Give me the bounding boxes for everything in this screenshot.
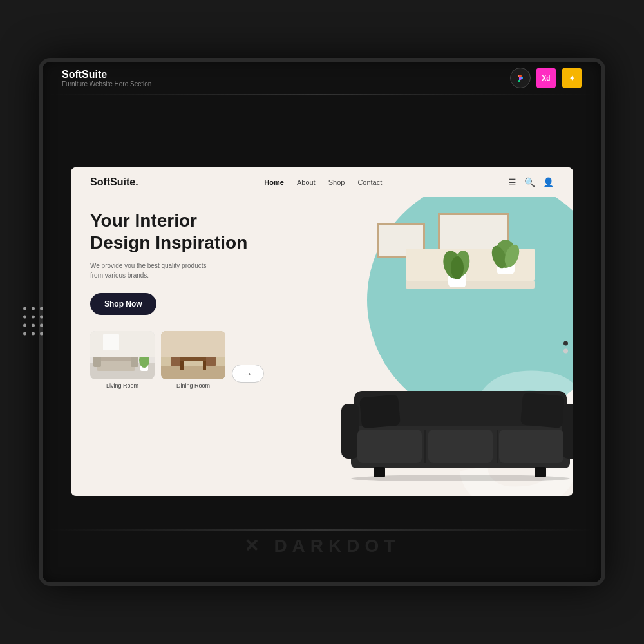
hero-heading: Your Interior Design Inspiration	[90, 210, 278, 253]
arrow-button[interactable]: →	[232, 365, 264, 383]
heading-line1: Your Interior	[90, 211, 197, 231]
search-icon[interactable]: 🔍	[524, 177, 535, 187]
svg-rect-36	[359, 394, 401, 428]
category-label-dining: Dining Room	[176, 383, 210, 389]
svg-rect-12	[161, 366, 225, 379]
category-label-living: Living Room	[106, 383, 138, 389]
frame-subtitle: Furniture Website Hero Section	[62, 80, 151, 88]
svg-rect-33	[499, 430, 564, 463]
svg-rect-29	[341, 404, 359, 459]
sketch-icon: ✦	[562, 68, 582, 88]
svg-rect-14	[180, 361, 184, 370]
menu-icon[interactable]: ☰	[508, 177, 516, 187]
pagination-dots	[564, 341, 568, 353]
category-card-dining[interactable]: Dining Room	[161, 331, 225, 389]
frame-border-top	[49, 94, 595, 95]
nav-right-icons: ☰ 🔍 👤	[508, 177, 554, 187]
hero-subtext: We provide you the best quality products…	[90, 261, 219, 280]
sofa	[341, 378, 573, 484]
nav-logo: SoftSuite.	[90, 176, 138, 188]
plant-2	[493, 236, 518, 274]
frame-top-bar: SoftSuite Furniture Website Hero Section…	[43, 62, 601, 94]
shop-now-button[interactable]: Shop Now	[90, 293, 156, 315]
outer-frame: SoftSuite Furniture Website Hero Section…	[39, 58, 605, 586]
svg-rect-10	[103, 334, 119, 350]
svg-rect-9	[90, 331, 155, 357]
nav-link-shop[interactable]: Shop	[328, 178, 345, 186]
navbar: SoftSuite. Home About Shop Contact ☰ 🔍 👤	[71, 167, 573, 197]
page-dot-1[interactable]	[564, 341, 568, 345]
category-img-living	[90, 331, 155, 379]
svg-rect-6	[131, 355, 138, 367]
frame-border-bottom	[49, 529, 595, 531]
svg-rect-39	[535, 467, 546, 477]
user-icon[interactable]: 👤	[543, 177, 554, 187]
category-img-dining	[161, 331, 225, 379]
hero-section: Your Interior Design Inspiration We prov…	[71, 197, 573, 496]
frame-icons: Xd ✦	[510, 68, 582, 88]
category-card-living[interactable]: Living Room	[90, 331, 155, 389]
svg-point-23	[451, 256, 464, 279]
svg-rect-31	[357, 430, 422, 463]
dots-decoration	[23, 307, 45, 337]
nav-link-about[interactable]: About	[297, 178, 316, 186]
hero-left: Your Interior Design Inspiration We prov…	[71, 197, 297, 496]
hero-right: S	[297, 197, 573, 496]
nav-links: Home About Shop Contact	[264, 178, 382, 186]
living-room-bg	[90, 331, 155, 379]
frame-title: SoftSuite	[62, 69, 151, 80]
nav-link-contact[interactable]: Contact	[357, 178, 382, 186]
page-dot-2[interactable]	[564, 348, 568, 353]
svg-rect-38	[374, 467, 385, 477]
watermark: ✕ DARKDOT	[244, 535, 401, 556]
svg-rect-37	[520, 392, 565, 428]
plant-1	[441, 242, 473, 287]
screen-container: SoftSuite. Home About Shop Contact ☰ 🔍 👤…	[71, 167, 573, 496]
figma-icon	[510, 68, 531, 88]
nav-link-home[interactable]: Home	[264, 178, 284, 186]
category-row: Living Room	[90, 331, 278, 389]
svg-rect-20	[161, 331, 225, 357]
heading-line2: Design Inspiration	[90, 232, 247, 252]
frame-title-area: SoftSuite Furniture Website Hero Section	[62, 69, 151, 88]
xd-icon: Xd	[536, 68, 556, 88]
svg-rect-5	[93, 355, 101, 367]
svg-rect-15	[203, 361, 206, 370]
svg-rect-32	[428, 430, 493, 463]
